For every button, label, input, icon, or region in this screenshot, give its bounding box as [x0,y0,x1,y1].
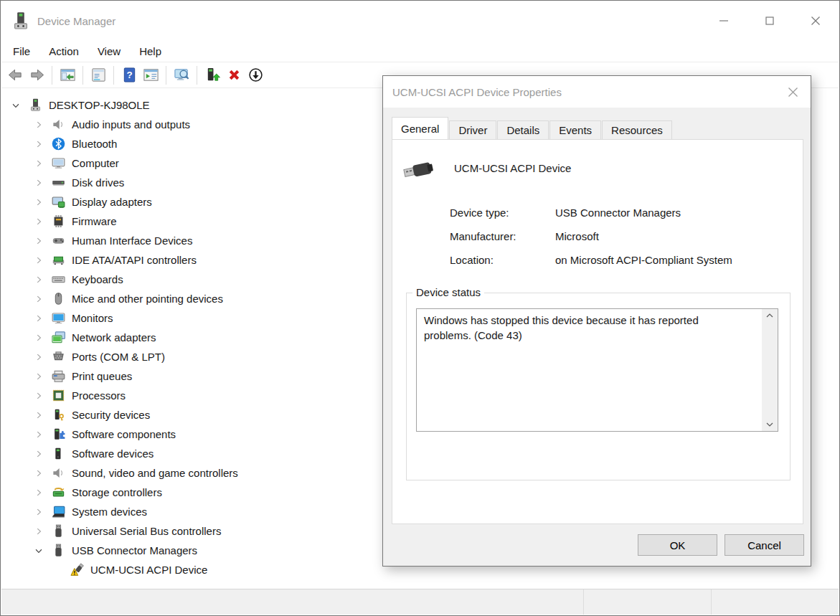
hid-icon [50,234,66,248]
storage-controller-icon [50,485,66,500]
chevron-right-icon[interactable] [30,484,47,501]
console-tree-button[interactable] [57,65,78,86]
tree-item-label: Display adapters [72,196,152,208]
statusbar-divider [711,589,712,615]
device-info-fields: Device type:USB Connector ManagersManufa… [450,201,732,272]
svg-text:?: ? [126,70,132,80]
tree-item-label: Monitors [72,312,113,324]
chevron-right-icon[interactable] [30,174,47,191]
tab-driver[interactable]: Driver [449,120,496,139]
tree-item-label: Keyboards [72,273,123,285]
software-component-icon [50,427,66,442]
scan-hardware-icon [174,67,190,83]
update-driver-button[interactable] [202,65,223,86]
menu-view[interactable]: View [88,40,130,62]
tree-item-label: UCM-UCSI ACPI Device [90,564,207,576]
chevron-right-icon[interactable] [30,523,47,540]
chevron-right-icon[interactable] [30,465,47,482]
chevron-right-icon[interactable] [30,387,47,404]
ok-button[interactable]: OK [638,534,717,556]
chevron-down-icon[interactable] [7,97,24,114]
tab-resources[interactable]: Resources [602,120,672,139]
tree-item-label: USB Connector Managers [72,544,197,556]
scroll-up-icon[interactable] [762,309,778,322]
bluetooth-icon [50,137,66,151]
chevron-right-icon[interactable] [30,252,47,269]
usb-warning-icon [69,563,85,577]
chevron-right-icon[interactable] [30,445,47,463]
minimize-button[interactable] [701,1,747,40]
tree-item-label: Security devices [72,409,150,421]
statusbar [1,589,839,615]
tree-item-label: Mice and other pointing devices [72,293,223,305]
system-device-icon [50,505,66,519]
chevron-right-icon[interactable] [30,310,47,327]
disable-device-button[interactable] [245,65,266,86]
field-label: Location: [450,248,555,272]
menu-file[interactable]: File [4,40,39,62]
uninstall-device-button[interactable] [223,65,245,86]
properties-icon [90,67,107,83]
window-controls [701,1,839,40]
chevron-right-icon[interactable] [30,271,47,288]
help-button[interactable]: ? [118,65,140,86]
general-tab-panel: UCM-UCSI ACPI Device Device type:USB Con… [392,139,803,524]
cancel-button[interactable]: Cancel [725,534,804,556]
tree-item-label: Computer [72,157,119,169]
uninstall-device-icon [226,67,242,83]
maximize-button[interactable] [747,1,793,40]
chevron-right-icon[interactable] [30,407,47,424]
speaker-icon [50,118,66,132]
action-pane-button[interactable] [140,65,161,86]
tab-details[interactable]: Details [497,120,549,139]
tree-item-label: Software components [72,428,176,440]
device-status-label: Device status [412,286,484,298]
chevron-right-icon[interactable] [30,368,47,385]
chevron-right-icon[interactable] [30,136,47,153]
menu-action[interactable]: Action [39,40,88,62]
ports-icon [50,350,66,364]
tree-item-label: Software devices [72,447,154,460]
scan-hardware-button[interactable] [171,65,192,86]
forward-icon [29,67,45,83]
mouse-icon [50,292,66,306]
chevron-right-icon[interactable] [30,426,47,443]
tree-item-label: Ports (COM & LPT) [72,351,165,363]
chevron-right-icon[interactable] [30,213,47,230]
software-device-icon [50,447,66,461]
tree-item-label: Processors [72,389,126,402]
chevron-right-icon[interactable] [30,349,47,366]
titlebar: Device Manager [1,1,839,40]
chevron-right-icon[interactable] [30,290,47,308]
back-button[interactable] [4,65,26,86]
chevron-down-icon[interactable] [30,542,47,559]
field-label: Device type: [450,201,555,224]
scroll-down-icon[interactable] [762,418,778,431]
update-driver-icon [204,67,221,83]
tree-item-label: Bluetooth [72,138,117,150]
console-tree-icon [60,67,76,83]
tab-events[interactable]: Events [549,120,601,139]
tab-general[interactable]: General [392,117,448,139]
chevron-right-icon[interactable] [30,116,47,133]
forward-button[interactable] [26,65,47,86]
dialog-close-button[interactable] [780,80,805,103]
chevron-right-icon[interactable] [30,503,47,521]
field-label: Manufacturer: [450,224,555,248]
chevron-right-icon[interactable] [30,329,47,346]
chevron-right-icon[interactable] [30,155,47,172]
speaker-icon [50,466,66,480]
menubar: FileActionViewHelp [1,40,839,62]
properties-button[interactable] [88,65,109,86]
device-status-groupbox: Device status Windows has stopped this d… [406,293,791,480]
usb-icon [50,544,66,558]
close-button[interactable] [793,1,839,40]
chevron-right-icon[interactable] [30,232,47,250]
scrollbar[interactable] [762,309,778,431]
tree-item-label: Universal Serial Bus controllers [72,525,221,537]
menu-help[interactable]: Help [130,40,171,62]
toolbar-separator [52,66,52,85]
chevron-right-icon[interactable] [30,194,47,211]
device-status-box[interactable]: Windows has stopped this device because … [416,308,778,432]
tree-item-label: Human Interface Devices [72,234,192,247]
